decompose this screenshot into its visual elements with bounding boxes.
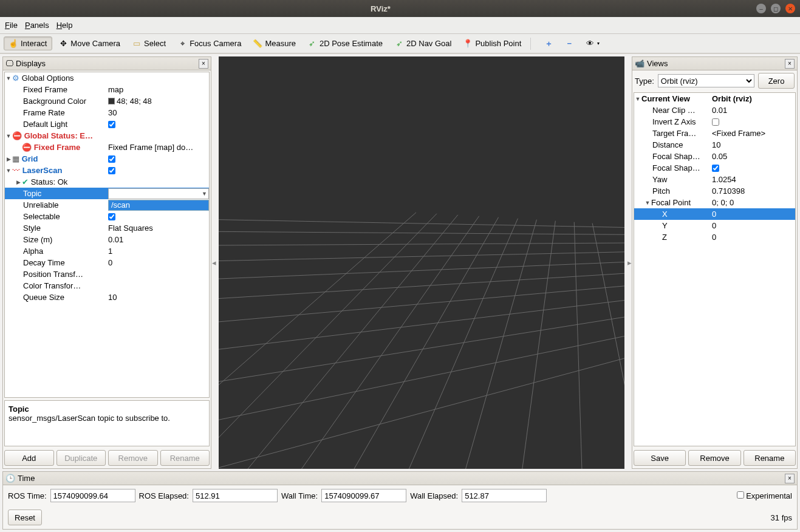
background-label[interactable]: Background Color bbox=[23, 97, 86, 106]
displays-close-button[interactable]: × bbox=[199, 59, 208, 69]
near-clip-label[interactable]: Near Clip … bbox=[652, 106, 696, 115]
alpha-label[interactable]: Alpha bbox=[23, 247, 43, 256]
remove-button[interactable]: Remove bbox=[108, 450, 158, 466]
zero-button[interactable]: Zero bbox=[758, 73, 795, 89]
size-value[interactable]: 0.01 bbox=[108, 235, 209, 244]
pitch-value[interactable]: 0.710398 bbox=[712, 186, 795, 196]
invert-z-checkbox[interactable] bbox=[712, 118, 719, 126]
grid-item[interactable]: Grid bbox=[22, 154, 38, 163]
distance-value[interactable]: 10 bbox=[712, 140, 795, 149]
queue-value[interactable]: 10 bbox=[108, 293, 209, 302]
focal-shape-size-label[interactable]: Focal Shap… bbox=[652, 152, 700, 161]
z-value[interactable]: 0 bbox=[712, 233, 795, 242]
save-button[interactable]: Save bbox=[634, 450, 686, 466]
pose-estimate-button[interactable]: ➶2D Pose Estimate bbox=[303, 36, 388, 50]
select-button[interactable]: ▭Select bbox=[127, 36, 171, 50]
remove-tool-button[interactable]: − bbox=[559, 37, 579, 50]
default-light-label[interactable]: Default Light bbox=[23, 120, 67, 129]
style-value[interactable]: Flat Squares bbox=[108, 223, 209, 233]
current-view-label[interactable]: Current View bbox=[641, 94, 690, 103]
nav-goal-button[interactable]: ➶2D Nav Goal bbox=[389, 36, 457, 50]
decay-label[interactable]: Decay Time bbox=[23, 258, 65, 267]
pitch-label[interactable]: Pitch bbox=[652, 186, 670, 196]
frame-rate-label[interactable]: Frame Rate bbox=[23, 108, 65, 117]
wall-elapsed-field[interactable] bbox=[462, 489, 547, 502]
rename-button[interactable]: Rename bbox=[160, 450, 210, 466]
move-camera-button[interactable]: ✥Move Camera bbox=[53, 36, 126, 50]
global-status-item[interactable]: Global Status: E… bbox=[24, 131, 93, 140]
topic-dropdown-option[interactable]: /scan bbox=[108, 200, 209, 211]
selectable-checkbox[interactable] bbox=[108, 213, 115, 220]
maximize-icon[interactable]: ◻ bbox=[771, 4, 781, 13]
target-frame-value[interactable]: <Fixed Frame> bbox=[712, 129, 795, 138]
views-tree[interactable]: ▼Current ViewOrbit (rviz) Near Clip …0.0… bbox=[634, 92, 796, 446]
wall-time-field[interactable] bbox=[321, 489, 406, 502]
status-ok-item[interactable]: Status: Ok bbox=[31, 177, 68, 186]
time-panel: 🕒 Time × ROS Time: ROS Elapsed: Wall Tim… bbox=[2, 471, 798, 530]
focal-shape-size-value[interactable]: 0.05 bbox=[712, 152, 795, 161]
focal-point-value[interactable]: 0; 0; 0 bbox=[712, 198, 795, 207]
x-row[interactable]: X0 bbox=[634, 208, 795, 220]
focal-shape-fixed-checkbox[interactable] bbox=[712, 165, 719, 172]
menu-panels[interactable]: Panels bbox=[25, 21, 49, 30]
eye-dropdown-button[interactable]: 👁▾ bbox=[580, 37, 605, 50]
splitter-right[interactable]: ▸ bbox=[627, 54, 632, 471]
invert-z-label[interactable]: Invert Z Axis bbox=[652, 117, 696, 126]
publish-point-button[interactable]: 📍Publish Point bbox=[458, 36, 527, 50]
add-tool-button[interactable]: ＋ bbox=[539, 37, 558, 50]
experimental-checkbox[interactable] bbox=[737, 491, 744, 499]
topic-row[interactable]: Topic▼ bbox=[5, 188, 209, 199]
laserscan-checkbox[interactable] bbox=[108, 167, 115, 174]
unreliable-label[interactable]: Unreliable bbox=[23, 200, 59, 210]
fixed-frame-label[interactable]: Fixed Frame bbox=[23, 85, 67, 94]
topic-combobox[interactable]: ▼ bbox=[108, 188, 209, 199]
y-label[interactable]: Y bbox=[662, 221, 668, 230]
close-icon[interactable]: ✕ bbox=[785, 4, 795, 13]
measure-button[interactable]: 📏Measure bbox=[248, 36, 301, 50]
ros-elapsed-field[interactable] bbox=[193, 489, 278, 502]
frame-rate-value[interactable]: 30 bbox=[108, 108, 209, 117]
menu-help[interactable]: Help bbox=[56, 21, 73, 30]
x-value[interactable]: 0 bbox=[712, 210, 795, 219]
grid-checkbox[interactable] bbox=[108, 155, 115, 163]
yaw-label[interactable]: Yaw bbox=[652, 175, 667, 184]
position-transformer-label[interactable]: Position Transf… bbox=[23, 270, 83, 279]
views-close-button[interactable]: × bbox=[785, 59, 795, 69]
focal-point-label[interactable]: Focal Point bbox=[651, 198, 691, 207]
reset-button[interactable]: Reset bbox=[8, 510, 42, 525]
views-remove-button[interactable]: Remove bbox=[688, 450, 740, 466]
fixed-frame-status-label[interactable]: Fixed Frame bbox=[34, 143, 81, 152]
laserscan-item[interactable]: LaserScan bbox=[22, 166, 63, 175]
global-options-item[interactable]: Global Options bbox=[22, 73, 74, 83]
decay-value[interactable]: 0 bbox=[108, 258, 209, 267]
viewport-3d[interactable] bbox=[219, 56, 624, 469]
yaw-value[interactable]: 1.0254 bbox=[712, 175, 795, 184]
menu-file[interactable]: File bbox=[5, 21, 18, 30]
splitter-left[interactable]: ◂ bbox=[211, 54, 216, 471]
view-type-select[interactable]: Orbit (rviz) bbox=[658, 74, 754, 87]
time-close-button[interactable]: × bbox=[785, 474, 795, 483]
alpha-value[interactable]: 1 bbox=[108, 247, 209, 256]
background-value[interactable]: 48; 48; 48 bbox=[108, 97, 209, 106]
distance-label[interactable]: Distance bbox=[652, 140, 683, 149]
default-light-checkbox[interactable] bbox=[108, 121, 115, 128]
duplicate-button[interactable]: Duplicate bbox=[56, 450, 106, 466]
z-label[interactable]: Z bbox=[662, 233, 667, 242]
y-value[interactable]: 0 bbox=[712, 221, 795, 230]
focal-shape-fixed-label[interactable]: Focal Shap… bbox=[652, 163, 700, 172]
add-button[interactable]: Add bbox=[4, 450, 54, 466]
displays-tree[interactable]: ▼⚙ Global Options Fixed Framemap Backgro… bbox=[4, 72, 210, 398]
ros-time-field[interactable] bbox=[50, 489, 135, 502]
style-label[interactable]: Style bbox=[23, 223, 41, 233]
near-clip-value[interactable]: 0.01 bbox=[712, 106, 795, 115]
size-label[interactable]: Size (m) bbox=[23, 235, 52, 244]
target-frame-label[interactable]: Target Fra… bbox=[652, 129, 696, 138]
color-transformer-label[interactable]: Color Transfor… bbox=[23, 281, 81, 290]
queue-label[interactable]: Queue Size bbox=[23, 293, 64, 302]
views-rename-button[interactable]: Rename bbox=[744, 450, 796, 466]
interact-button[interactable]: ☝Interact bbox=[4, 36, 52, 50]
selectable-label[interactable]: Selectable bbox=[23, 212, 60, 221]
minimize-icon[interactable]: – bbox=[756, 4, 766, 13]
focus-camera-button[interactable]: ⌖Focus Camera bbox=[173, 36, 247, 50]
fixed-frame-value[interactable]: map bbox=[108, 85, 209, 94]
